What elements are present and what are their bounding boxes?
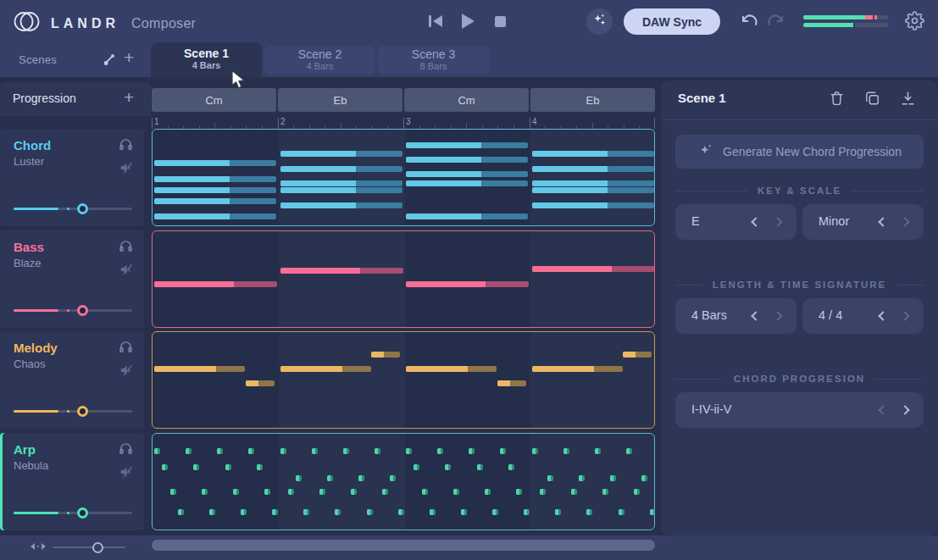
chevron-left-icon[interactable] [751,217,760,226]
volume-dot [67,309,69,312]
chevron-right-icon[interactable] [900,311,909,320]
chevron-left-icon[interactable] [878,311,887,320]
track-header-bass[interactable]: BassBlaze [0,230,144,328]
stop-button[interactable] [495,16,506,27]
melody-note [246,380,275,386]
volume-knob[interactable] [77,203,88,214]
headphones-icon[interactable] [118,137,134,155]
chord-note [406,171,528,177]
scene-tab-1[interactable]: Scene 14 Bars [151,42,262,77]
mute-icon[interactable] [118,363,136,381]
arp-note [516,489,522,495]
chevron-left-icon[interactable] [878,405,887,414]
timeline-zoom-slider[interactable] [53,542,125,553]
settings-button[interactable] [905,11,924,34]
clip-chord[interactable] [152,129,655,226]
arp-note [641,475,647,481]
note-bright-segment [272,509,275,515]
add-progression-button[interactable]: + [124,89,134,106]
chord-cell-4[interactable]: Eb [530,88,655,112]
note-bright-segment [367,509,370,515]
chord-note [154,187,276,193]
length-value: 4 Bars [691,308,727,322]
scale-selector[interactable]: Minor [802,204,924,240]
clip-melody[interactable] [152,331,655,429]
note-bright-segment [162,464,165,470]
track-name: Chord [14,138,51,152]
delete-scene-button[interactable] [829,90,845,110]
progression-label: Progression [13,91,76,105]
time-signature-selector[interactable]: 4 / 4 [802,298,924,334]
chevron-right-icon[interactable] [900,217,909,226]
note-bright-segment [497,380,510,386]
gear-icon [905,11,924,34]
scene-tab-2[interactable]: Scene 24 Bars [264,46,375,75]
duplicate-scene-button[interactable] [864,90,880,110]
bar-tick [152,118,153,129]
arp-note [327,475,333,481]
volume-knob[interactable] [77,305,88,316]
mute-icon[interactable] [118,464,136,483]
note-bright-segment [406,366,468,372]
sparkle-star-icon [697,141,714,162]
volume-slider[interactable] [14,507,132,518]
length-selector[interactable]: 4 Bars [675,298,796,334]
mute-icon[interactable] [118,160,136,179]
scene-tab-3[interactable]: Scene 38 Bars [378,46,489,75]
track-header-chord[interactable]: ChordLuster [0,129,144,226]
track-header-melody[interactable]: MelodyChaos [0,331,144,429]
key-selector[interactable]: E [675,204,796,240]
chord-cell-3[interactable]: Cm [404,88,529,112]
chevron-right-icon[interactable] [773,311,782,320]
chevron-right-icon[interactable] [900,405,909,414]
note-bright-segment [422,489,425,495]
clip-bass[interactable] [152,230,655,328]
chord-progression-selector[interactable]: I-IV-ii-V [675,392,924,428]
add-scene-button[interactable]: + [124,49,134,66]
volume-slider[interactable] [14,203,132,214]
headphones-icon[interactable] [118,340,134,358]
clip-arp[interactable] [152,433,655,530]
beat-tick [341,123,341,129]
skip-to-start-button[interactable] [429,15,442,27]
generate-chord-progression-button[interactable]: Generate New Chord Progression [675,135,924,169]
export-scene-button[interactable] [900,90,916,110]
undo-button[interactable] [741,12,758,33]
bar-number: 3 [406,117,411,126]
arp-note [343,448,349,454]
volume-slider[interactable] [14,305,132,316]
melody-note [371,352,400,358]
track-instrument: Chaos [14,358,46,370]
note-bright-segment [280,151,356,157]
volume-slider[interactable] [14,406,132,417]
volume-knob[interactable] [77,406,88,417]
chord-note [406,157,528,163]
headphones-icon[interactable] [118,441,134,459]
chevron-left-icon[interactable] [751,311,760,320]
horizontal-scrollbar[interactable] [152,540,655,551]
track-instrument: Blaze [14,257,42,269]
beat-tick [592,123,593,129]
play-button[interactable] [462,14,475,29]
sparkles-icon [591,12,608,31]
headphones-icon[interactable] [118,239,134,257]
chevron-right-icon[interactable] [773,217,782,226]
brand-name: LANDR [51,16,119,31]
mute-icon[interactable] [118,262,136,280]
scene-tab-length: 4 Bars [151,60,262,70]
note-bright-segment [280,268,360,274]
note-bright-segment [390,475,393,481]
daw-sync-button[interactable]: DAW Sync [624,8,720,35]
volume-knob[interactable] [77,507,88,518]
ai-assist-button[interactable] [586,8,613,35]
bass-note [280,268,403,274]
redo-button[interactable] [767,12,785,33]
melody-note [406,366,497,372]
chord-cell-2[interactable]: Eb [278,88,402,112]
chord-cell-1[interactable]: Cm [152,88,276,112]
note-bright-segment [563,448,567,454]
zoom-slider-knob[interactable] [92,542,103,553]
track-header-arp[interactable]: ArpNebula [0,433,144,530]
chevron-left-icon[interactable] [878,217,887,226]
edit-scenes-button[interactable] [103,53,116,69]
